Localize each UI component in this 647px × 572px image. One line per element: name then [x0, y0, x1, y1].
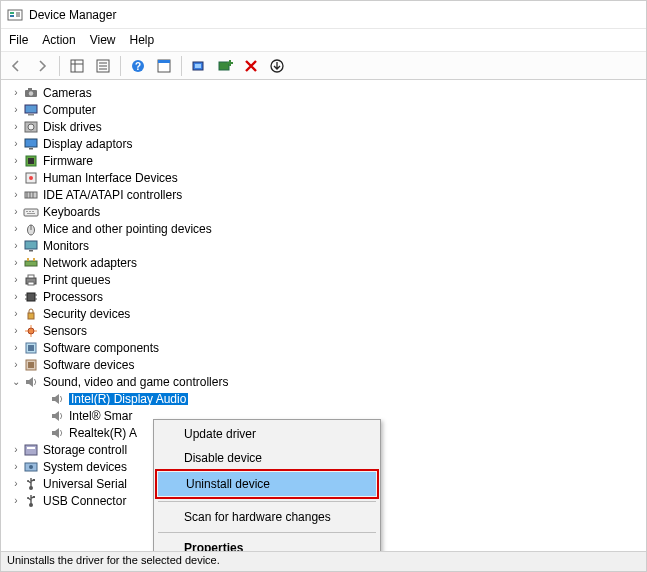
svg-rect-14 [158, 60, 170, 63]
tree-category[interactable]: ›Computer [9, 101, 646, 118]
tree-category-label: Human Interface Devices [43, 172, 178, 184]
firmware-icon [23, 153, 39, 169]
tree-category[interactable]: ›IDE ATA/ATAPI controllers [9, 186, 646, 203]
tree-category-label: Monitors [43, 240, 89, 252]
expand-icon[interactable]: › [9, 460, 23, 474]
scan-hardware-button[interactable] [188, 55, 210, 77]
properties-button[interactable] [92, 55, 114, 77]
system-icon [23, 459, 39, 475]
tree-category[interactable]: ›Monitors [9, 237, 646, 254]
svg-rect-25 [28, 114, 34, 116]
expand-icon[interactable]: › [9, 222, 23, 236]
menu-help[interactable]: Help [130, 33, 155, 47]
tree-category-label: Cameras [43, 87, 92, 99]
help-button[interactable]: ? [127, 55, 149, 77]
expand-icon[interactable]: › [9, 477, 23, 491]
collapse-icon[interactable]: ⌄ [9, 375, 23, 389]
delete-button[interactable] [240, 55, 262, 77]
context-menu: Update driverDisable deviceUninstall dev… [153, 419, 381, 563]
svg-point-59 [28, 328, 34, 334]
expand-icon[interactable]: › [9, 290, 23, 304]
svg-rect-53 [27, 293, 35, 301]
tree-category[interactable]: ›Print queues [9, 271, 646, 288]
tree-category[interactable]: ›Software components [9, 339, 646, 356]
svg-point-70 [27, 480, 29, 482]
toolbar-separator [59, 56, 60, 76]
expand-icon[interactable]: › [9, 86, 23, 100]
expand-icon[interactable]: › [9, 358, 23, 372]
expand-icon[interactable]: › [9, 256, 23, 270]
tree-category-label: Firmware [43, 155, 93, 167]
tree-category-label: Sensors [43, 325, 87, 337]
tree-category[interactable]: ›Sensors [9, 322, 646, 339]
context-menu-item[interactable]: Uninstall device [158, 472, 376, 496]
usb-conn-icon [23, 493, 39, 509]
expand-icon[interactable]: › [9, 307, 23, 321]
uninstall-button[interactable] [266, 55, 288, 77]
svg-rect-64 [25, 445, 37, 455]
tree-category[interactable]: ›Firmware [9, 152, 646, 169]
add-legacy-button[interactable] [214, 55, 236, 77]
svg-rect-52 [28, 282, 34, 285]
tree-category[interactable]: ›Mice and other pointing devices [9, 220, 646, 237]
expand-icon[interactable]: › [9, 171, 23, 185]
context-menu-item[interactable]: Scan for hardware changes [156, 505, 378, 529]
security-icon [23, 306, 39, 322]
tree-category[interactable]: ›Processors [9, 288, 646, 305]
expand-icon[interactable]: › [9, 154, 23, 168]
app-icon [7, 7, 23, 23]
expand-icon[interactable]: › [9, 324, 23, 338]
network-icon [23, 255, 39, 271]
expand-icon[interactable]: › [9, 120, 23, 134]
svg-point-74 [27, 497, 29, 499]
expand-icon[interactable]: › [9, 137, 23, 151]
svg-rect-38 [24, 209, 38, 216]
back-button[interactable] [5, 55, 27, 77]
show-hidden-button[interactable] [66, 55, 88, 77]
menu-action[interactable]: Action [42, 33, 75, 47]
expand-icon[interactable]: › [9, 239, 23, 253]
tree-category[interactable]: ›Network adapters [9, 254, 646, 271]
tree-category[interactable]: ›Display adaptors [9, 135, 646, 152]
tree-device-label: Realtek(R) A [69, 427, 137, 439]
tree-category[interactable]: ›Disk drives [9, 118, 646, 135]
expand-icon[interactable]: › [9, 494, 23, 508]
tree-category[interactable]: ›Software devices [9, 356, 646, 373]
tree-category[interactable]: ›Human Interface Devices [9, 169, 646, 186]
svg-rect-75 [33, 496, 35, 498]
tree-category-label: Mice and other pointing devices [43, 223, 212, 235]
action-sheet-button[interactable] [153, 55, 175, 77]
svg-rect-23 [28, 88, 32, 90]
processor-icon [23, 289, 39, 305]
svg-rect-3 [16, 12, 20, 17]
svg-rect-51 [28, 275, 34, 278]
forward-button[interactable] [31, 55, 53, 77]
tree-category[interactable]: ›Security devices [9, 305, 646, 322]
svg-rect-71 [33, 479, 35, 481]
tree-category[interactable]: ›Keyboards [9, 203, 646, 220]
expand-icon[interactable]: › [9, 103, 23, 117]
tree-category[interactable]: ⌄Sound, video and game controllers [9, 373, 646, 390]
tree-category-label: Print queues [43, 274, 110, 286]
context-menu-separator [158, 532, 376, 533]
expand-icon[interactable]: › [9, 341, 23, 355]
tree-category-label: Universal Serial [43, 478, 127, 490]
status-bar: Uninstalls the driver for the selected d… [1, 551, 646, 571]
context-menu-item[interactable]: Update driver [156, 422, 378, 446]
expand-icon[interactable]: › [9, 273, 23, 287]
context-menu-label: Disable device [184, 451, 262, 465]
menu-file[interactable]: File [9, 33, 28, 47]
svg-rect-31 [28, 158, 34, 164]
tree-device-item[interactable]: Intel(R) Display Audio [35, 390, 646, 407]
menu-view[interactable]: View [90, 33, 116, 47]
svg-rect-49 [33, 258, 35, 261]
expand-icon[interactable]: › [9, 205, 23, 219]
storage-icon [23, 442, 39, 458]
expand-icon[interactable]: › [9, 443, 23, 457]
expand-icon[interactable]: › [9, 188, 23, 202]
software-icon [23, 340, 39, 356]
svg-rect-4 [71, 60, 83, 72]
context-menu-item[interactable]: Disable device [156, 446, 378, 470]
computer-icon [23, 102, 39, 118]
tree-category[interactable]: ›Cameras [9, 84, 646, 101]
